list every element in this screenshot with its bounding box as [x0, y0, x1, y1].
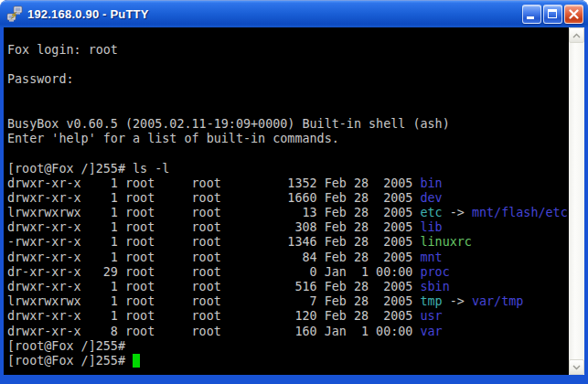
terminal-text: dr-xr-xr-x 29 root root 0 Jan 1 00:00: [7, 265, 420, 279]
terminal-text: -rwxr-xr-x 1 root root 1346 Feb 28 2005: [7, 235, 420, 249]
terminal-screen[interactable]: Fox login: rootPassword:BusyBox v0.60.5 …: [4, 27, 569, 375]
terminal-text: BusyBox v0.60.5 (2005.02.11-19:09+0000) …: [7, 117, 450, 131]
terminal-line: drwxr-xr-x 1 root root 308 Feb 28 2005 l…: [7, 220, 569, 235]
scroll-up-button[interactable]: [569, 27, 584, 43]
terminal-text: [root@Fox /]255#: [7, 354, 133, 368]
terminal-text: drwxr-xr-x 1 root root 516 Feb 28 2005: [7, 280, 420, 293]
terminal-text: mnt/flash/etc: [472, 206, 568, 219]
terminal-line: [root@Fox /]255#: [7, 354, 569, 368]
terminal-text: drwxr-xr-x 1 root root 308 Feb 28 2005: [7, 220, 420, 234]
minimize-icon: [527, 16, 534, 19]
terminal-text: etc: [420, 206, 442, 219]
terminal-text: lrwxrwxrwx 1 root root 13 Feb 28 2005: [7, 206, 420, 219]
terminal-text: proc: [420, 265, 449, 279]
maximize-icon: [548, 9, 557, 18]
terminal-line: [7, 146, 569, 161]
terminal-text: var/tmp: [472, 294, 523, 308]
terminal-text: mnt: [420, 251, 442, 264]
maximize-button[interactable]: [543, 5, 562, 24]
scroll-down-button[interactable]: [569, 359, 584, 375]
scrollbar[interactable]: [569, 27, 584, 375]
terminal-text: var: [420, 325, 442, 338]
terminal-line: lrwxrwxrwx 1 root root 13 Feb 28 2005 et…: [7, 206, 569, 220]
terminal-line: [7, 58, 569, 72]
terminal-text: sbin: [420, 280, 449, 293]
putty-app-icon[interactable]: [5, 5, 24, 23]
terminal-text: [root@Fox /]255#: [7, 339, 125, 353]
terminal-line: Fox login: root: [7, 43, 569, 58]
terminal-line: drwxr-xr-x 1 root root 516 Feb 28 2005 s…: [7, 280, 569, 294]
minimize-button[interactable]: [522, 5, 541, 24]
window-body: Fox login: rootPassword:BusyBox v0.60.5 …: [0, 27, 588, 379]
terminal-text: tmp: [420, 294, 442, 308]
terminal-line: drwxr-xr-x 1 root root 84 Feb 28 2005 mn…: [7, 251, 569, 265]
putty-window: 192.168.0.90 - PuTTY Fox login: rootPass…: [0, 0, 588, 384]
terminal-text: Password:: [7, 72, 74, 86]
terminal-text: ->: [443, 206, 472, 219]
terminal-line: [7, 102, 569, 117]
terminal-line: -rwxr-xr-x 1 root root 1346 Feb 28 2005 …: [7, 235, 569, 250]
terminal-line: [7, 88, 569, 102]
terminal-text: lib: [420, 220, 442, 234]
terminal-line: dr-xr-xr-x 29 root root 0 Jan 1 00:00 pr…: [7, 265, 569, 280]
terminal-line: [root@Fox /]255#: [7, 339, 569, 354]
terminal-text: drwxr-xr-x 1 root root 1352 Feb 28 2005: [7, 176, 420, 190]
chevron-up-icon: [572, 33, 581, 38]
terminal-text: ->: [443, 294, 472, 308]
terminal-text: linuxrc: [420, 235, 471, 249]
terminal-text: dev: [420, 191, 442, 205]
terminal-line: drwxr-xr-x 1 root root 120 Feb 28 2005 u…: [7, 309, 569, 324]
window-title: 192.168.0.90 - PuTTY: [27, 7, 522, 21]
terminal-cursor: [133, 354, 140, 368]
titlebar[interactable]: 192.168.0.90 - PuTTY: [0, 0, 588, 27]
terminal-text: bin: [420, 176, 442, 190]
terminal-line: lrwxrwxrwx 1 root root 7 Feb 28 2005 tmp…: [7, 294, 569, 309]
scrollbar-track[interactable]: [569, 43, 584, 359]
terminal-text: [root@Fox /]255# ls -l: [7, 162, 169, 176]
terminal-line: drwxr-xr-x 1 root root 1660 Feb 28 2005 …: [7, 191, 569, 206]
terminal-text: drwxr-xr-x 1 root root 84 Feb 28 2005: [7, 251, 420, 264]
terminal-text: Fox login: root: [7, 43, 118, 57]
chevron-down-icon: [572, 365, 581, 370]
titlebar-buttons: [522, 5, 583, 24]
putty-terminals-icon: [6, 5, 23, 22]
terminal-line: [root@Fox /]255# ls -l: [7, 162, 569, 176]
terminal-line: BusyBox v0.60.5 (2005.02.11-19:09+0000) …: [7, 117, 569, 132]
terminal-text: drwxr-xr-x 1 root root 120 Feb 28 2005: [7, 309, 420, 323]
close-button[interactable]: [564, 5, 583, 24]
terminal-line: drwxr-xr-x 1 root root 1352 Feb 28 2005 …: [7, 176, 569, 191]
terminal-text: drwxr-xr-x 1 root root 1660 Feb 28 2005: [7, 191, 420, 205]
terminal-line: Enter 'help' for a list of built-in comm…: [7, 132, 569, 146]
close-icon: [568, 8, 580, 20]
terminal-line: drwxr-xr-x 8 root root 160 Jan 1 00:00 v…: [7, 325, 569, 339]
terminal-text: usr: [420, 309, 442, 323]
terminal-text: lrwxrwxrwx 1 root root 7 Feb 28 2005: [7, 294, 420, 308]
terminal-text: drwxr-xr-x 8 root root 160 Jan 1 00:00: [7, 325, 420, 338]
terminal-line: Password:: [7, 72, 569, 87]
terminal-text: Enter 'help' for a list of built-in comm…: [7, 132, 339, 145]
